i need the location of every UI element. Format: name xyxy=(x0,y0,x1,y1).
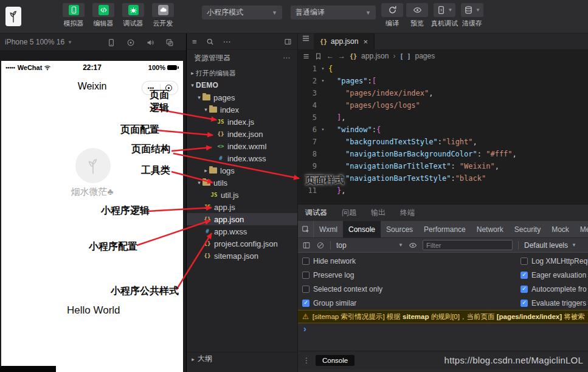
clear-cache-button[interactable]: ▼清缓存 xyxy=(461,3,483,28)
list-icon[interactable] xyxy=(302,52,310,60)
tab-problems[interactable]: 问题 xyxy=(334,208,364,218)
setting-log-xmlhttprequ[interactable]: Log XMLHttpRequ xyxy=(521,254,588,268)
editor-button[interactable]: 编辑器 xyxy=(89,3,117,28)
forward-arrow-icon[interactable]: → xyxy=(338,52,345,60)
close-icon[interactable]: × xyxy=(363,37,368,46)
rotate-phone-icon[interactable] xyxy=(107,38,116,47)
remote-debug-button[interactable]: ▼真机调试 xyxy=(431,3,458,28)
console-drawer-tab[interactable]: Console xyxy=(316,355,355,366)
checkbox-checked-icon[interactable]: ✓ xyxy=(521,286,528,293)
checkbox-checked-icon[interactable]: ✓ xyxy=(521,272,528,279)
tree-item-file-app-wxss[interactable]: #app.wxss xyxy=(187,225,297,237)
live-expression-eye-icon[interactable] xyxy=(409,241,417,250)
bookmark-icon[interactable] xyxy=(314,52,322,60)
devtools-tab-console[interactable]: Console xyxy=(343,221,381,237)
capsule-home-button[interactable] xyxy=(161,82,178,94)
tree-item-folder-utils[interactable]: ▾utils xyxy=(187,177,297,189)
code-content: "navigationBarTitleText": "Weixin", xyxy=(327,160,499,172)
editor-list-icon[interactable] xyxy=(298,33,314,43)
context-selector[interactable]: top ▼ xyxy=(336,241,403,250)
setting-evaluate-triggers-u[interactable]: ✓Evaluate triggers u xyxy=(521,296,588,310)
compile-mode-dropdown[interactable]: 普通编译 ▼ xyxy=(291,5,376,19)
tree-item-file-index-wxml[interactable]: <>index.wxml xyxy=(187,140,297,152)
setting-preserve-log[interactable]: Preserve log xyxy=(302,268,516,282)
fold-chevron-icon[interactable]: ▾ xyxy=(319,124,327,136)
devtools-tab-performance[interactable]: Performance xyxy=(418,221,471,237)
tree-item-folder-index[interactable]: ▾index xyxy=(187,104,297,116)
code-content: "navigationBarTextStyle":"black" xyxy=(327,172,486,184)
devtools-tab-security[interactable]: Security xyxy=(509,221,546,237)
float-window-icon[interactable] xyxy=(165,38,174,47)
breadcrumb-node[interactable]: pages xyxy=(415,52,435,60)
clear-console-icon[interactable] xyxy=(316,241,325,250)
tree-item-file-index-js[interactable]: JSindex.js xyxy=(187,116,297,128)
tree-item-folder-pages[interactable]: ▾pages xyxy=(187,91,297,104)
checkbox-unchecked-icon[interactable] xyxy=(302,258,310,265)
line-number: 11 xyxy=(298,184,319,197)
fold-chevron-icon[interactable]: ▾ xyxy=(319,63,327,75)
tab-terminal[interactable]: 终端 xyxy=(393,208,422,218)
back-arrow-icon[interactable]: ← xyxy=(327,52,334,60)
devtools-tab-sources[interactable]: Sources xyxy=(381,221,418,237)
tab-debugger[interactable]: 调试器 xyxy=(298,208,334,218)
tree-item-file-sitemap-json[interactable]: {}sitemap.json xyxy=(187,250,297,262)
devtools-tab-me[interactable]: Me xyxy=(575,221,588,237)
setting-autocomplete-fro[interactable]: ✓Autocomplete fro xyxy=(521,282,588,296)
compile-button[interactable]: 编译 xyxy=(381,3,403,28)
tree-item-folder-logs[interactable]: ▸logs xyxy=(187,164,297,177)
device-selector[interactable]: iPhone 5 100% 16 ▼ xyxy=(5,38,72,46)
search-icon[interactable] xyxy=(206,38,214,46)
screenshot-icon[interactable] xyxy=(126,38,135,47)
tree-item-file-app-js[interactable]: JSapp.js xyxy=(187,201,297,213)
mode-dropdown[interactable]: 小程序模式 ▼ xyxy=(202,5,282,19)
inspect-element-icon[interactable] xyxy=(298,221,314,237)
fold-chevron-icon[interactable]: ▾ xyxy=(319,75,327,87)
sound-icon[interactable] xyxy=(146,38,154,47)
checkbox-unchecked-icon[interactable] xyxy=(302,272,310,279)
editor-tab-app-json[interactable]: {} app.json × xyxy=(314,33,375,49)
log-levels-selector[interactable]: Default levels ▼ xyxy=(524,241,576,250)
console-sidebar-icon[interactable] xyxy=(302,241,311,250)
setting-hide-network[interactable]: Hide network xyxy=(302,254,516,268)
code-line-3: 3"pages/index/index", xyxy=(298,87,588,99)
checkbox-unchecked-icon[interactable] xyxy=(521,258,528,265)
more-icon[interactable]: ⋯ xyxy=(223,37,231,46)
sitemap-warning-bar[interactable]: ⚠ [sitemap 索引情况提示] 根据 sitemap 的规则[0]，当前页… xyxy=(298,310,588,323)
tree-item-file-index-json[interactable]: {}index.json xyxy=(187,128,297,140)
explorer-panel: ≡ ⋯ 资源管理器 ⋯ ▸打开的编辑器▾DEMO▾pages▾indexJSin… xyxy=(187,33,298,372)
checkbox-checked-icon[interactable]: ✓ xyxy=(521,300,528,307)
menu-icon[interactable]: ≡ xyxy=(192,37,197,46)
breadcrumb-file[interactable]: app.json xyxy=(361,52,389,60)
more-icon[interactable]: ⋯ xyxy=(283,54,290,62)
tree-item-file-util-js[interactable]: JSutil.js xyxy=(187,189,297,201)
collapse-panel-icon[interactable] xyxy=(284,38,292,46)
user-avatar-logo[interactable] xyxy=(5,7,21,26)
simulator-button[interactable]: 模拟器 xyxy=(60,3,88,28)
debugger-button[interactable]: 调试器 xyxy=(119,3,147,28)
setting-group-similar[interactable]: ✓Group similar xyxy=(302,296,516,310)
cloud-dev-button[interactable]: 云开发 xyxy=(149,3,177,28)
setting-selected-context-only[interactable]: Selected context only xyxy=(302,282,516,296)
setting-label: Evaluate triggers u xyxy=(531,299,588,307)
devtools-tab-mock[interactable]: Mock xyxy=(546,221,575,237)
preview-button[interactable]: 预览 xyxy=(406,3,428,28)
user-avatar[interactable] xyxy=(75,148,111,183)
tree-item-open-editors[interactable]: ▸打开的编辑器 xyxy=(187,67,297,79)
console-prompt-row[interactable]: › xyxy=(298,323,588,334)
devtools-tab-network[interactable]: Network xyxy=(471,221,509,237)
kebab-menu-icon[interactable]: ⋮ xyxy=(303,356,310,365)
devtools-tab-wxml[interactable]: Wxml xyxy=(314,221,343,237)
tab-output[interactable]: 输出 xyxy=(364,208,393,218)
outline-section[interactable]: ▸ 大纲 xyxy=(187,352,297,365)
capsule-more-button[interactable]: ••• xyxy=(142,82,160,94)
folder-icon xyxy=(209,107,217,113)
checkbox-checked-icon[interactable]: ✓ xyxy=(302,300,310,307)
code-editor[interactable]: 1▾{2▾"pages":[3"pages/index/index",4"pag… xyxy=(298,63,588,197)
setting-eager-evaluation[interactable]: ✓Eager evaluation xyxy=(521,268,588,282)
tree-item-file-index-wxss[interactable]: #index.wxss xyxy=(187,152,297,164)
filter-input[interactable] xyxy=(423,240,513,250)
tree-item-file-project-config-json[interactable]: {}project.config.json xyxy=(187,237,297,250)
tree-item-root-demo[interactable]: ▾DEMO xyxy=(187,79,297,91)
tree-item-file-app-json[interactable]: {}app.json xyxy=(187,213,297,225)
checkbox-unchecked-icon[interactable] xyxy=(302,286,310,293)
